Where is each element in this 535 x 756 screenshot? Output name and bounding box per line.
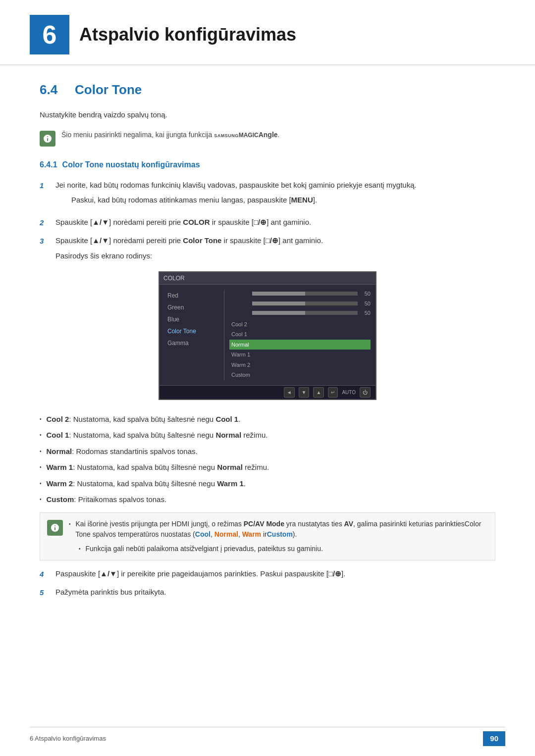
chapter-number: 6 [30,15,69,54]
bullet-item-cool1: • Cool 1: Nustatoma, kad spalva būtų šal… [40,430,495,441]
menu-item-blue: Blue [164,313,219,325]
tone-cool2: Cool 2 [229,319,371,330]
nav-enter-btn: ↵ [328,387,338,398]
monitor-screen: COLOR Red Green Blue Color Tone Gamma [159,271,376,400]
tone-warm1: Warm 1 [229,350,371,360]
bullet-item-warm2: • Warm 2: Nustatoma, kad spalva būtų šil… [40,478,495,490]
monitor-menu-right: 50 50 [224,290,371,380]
note-icon [40,131,55,147]
color-bar-bg-blue [252,311,358,315]
subsection-title: Color Tone nuostatų konfigūravimas [62,159,200,171]
step-1: 1 Jei norite, kad būtų rodomas funkcinių… [40,180,495,210]
bullet-item-cool2: • Cool 2: Nustatoma, kad spalva būtų šal… [40,414,495,425]
intro-text: Nustatykite bendrą vaizdo spalvų toną. [40,109,495,121]
menu-item-gamma: Gamma [164,337,219,349]
chapter-title: Atspalvio konfigūravimas [79,21,296,48]
bullet-item-warm1: • Warm 1: Nustatoma, kad spalva būtų šil… [40,462,495,473]
monitor-menu-left: Red Green Blue Color Tone Gamma [164,290,224,380]
color-value-blue: 50 [361,309,371,317]
step-number-3: 3 [40,236,51,247]
tone-warm2: Warm 2 [229,360,371,370]
bullet-dot-3: • [40,448,42,455]
monitor-screenshot: COLOR Red Green Blue Color Tone Gamma [40,271,495,400]
step-text-3: Spauskite [▲/▼] norėdami pereiti prie Co… [55,235,495,261]
note-box: Šio meniu pasirinkti negalima, kai įjung… [40,130,495,147]
step-text-5: Pažymėta parinktis bus pritaikyta. [55,587,495,598]
angle-label: Angle [259,130,278,140]
step-2: 2 Spauskite [▲/▼] norėdami pereiti prie … [40,217,495,229]
note-sub-bullet: • [79,545,81,553]
section-heading: 6.4 Color Tone [40,80,495,100]
bullet-text-4: Warm 1: Nustatoma, kad spalva būtų šilte… [47,462,269,473]
note-block: • Kai išorinė įvestis prijungta per HDMI… [40,512,495,560]
step-subtext-1: Paskui, kad būtų rodomas atitinkamas men… [55,195,495,206]
color-bar-fill-blue [252,311,305,315]
bullet-dot-5: • [40,480,42,487]
color-row-red: 50 [229,290,371,298]
bullet-dot-2: • [40,431,42,439]
section-number: 6.4 [40,80,67,100]
note-sub-item-1: • Kai išorinė įvestis prijungta per HDMI… [69,519,488,540]
footer-chapter-label: 6 Atspalvio konfigūravimas [30,734,483,744]
nav-left-btn: ◄ [284,387,295,398]
step-number-4: 4 [40,569,51,580]
bullet-item-custom: • Custom: Pritaikomas spalvos tonas. [40,494,495,505]
bullet-dot-1: • [40,415,42,423]
step-text-2: Spauskite [▲/▼] norėdami pereiti prie CO… [55,217,495,228]
monitor-bottom-bar: ◄ ▼ ▲ ↵ AUTO ⏻ [160,385,375,399]
nav-down-btn: ▼ [299,387,310,398]
note-sub-sub: • Funkcija gali nebūti palaikoma atsižve… [79,544,488,554]
monitor-title: COLOR [160,272,375,285]
step-number-1: 1 [40,180,51,192]
magic-label: MAGIC [239,131,259,140]
tone-normal: Normal [229,340,371,350]
auto-btn: AUTO [342,389,356,396]
bullet-text-2: Cool 1: Nustatoma, kad spalva būtų šalte… [47,430,268,441]
bullet-list: • Cool 2: Nustatoma, kad spalva būtų šal… [40,414,495,505]
note-block-inner: • Kai išorinė įvestis prijungta per HDMI… [69,519,488,554]
color-bar-bg-green [252,302,358,305]
bullet-text-3: Normal: Rodomas standartinis spalvos ton… [47,446,198,457]
section-title: Color Tone [75,80,142,100]
footer-page-number: 90 [483,731,505,747]
note-block-icon [47,520,63,536]
subsection-number: 6.4.1 [40,159,57,171]
step-text-1: Jei norite, kad būtų rodomas funkcinių k… [55,180,495,210]
tone-cool1: Cool 1 [229,329,371,340]
nav-power-btn: ⏻ [360,387,371,398]
note-sub-text-1: Kai išorinė įvestis prijungta per HDMI j… [76,519,488,540]
step-4: 4 Paspauskite [▲/▼] ir pereikite prie pa… [40,568,495,580]
color-value-green: 50 [361,300,371,308]
note-sub-text-2: Funkcija gali nebūti palaikoma atsižvelg… [86,544,323,554]
bullet-text-6: Custom: Pritaikomas spalvos tonas. [47,494,167,505]
step-subtext-3: Pasirodys šis ekrano rodinys: [55,251,495,262]
samsung-label: SAMSUNG [214,133,239,140]
color-bar-bg-red [252,292,358,296]
bullet-item-normal: • Normal: Rodomas standartinis spalvos t… [40,446,495,457]
nav-up-btn: ▲ [313,387,324,398]
note-sub-list: • Kai išorinė įvestis prijungta per HDMI… [69,519,488,540]
color-bar-fill-green [252,302,305,305]
bullet-text-5: Warm 2: Nustatoma, kad spalva būtų šilte… [47,478,246,490]
page-footer: 6 Atspalvio konfigūravimas 90 [30,727,505,747]
color-row-green: 50 [229,300,371,308]
step-3: 3 Spauskite [▲/▼] norėdami pereiti prie … [40,235,495,261]
step-number-2: 2 [40,217,51,229]
tone-options: Cool 2 Cool 1 Normal Warm 1 Warm 2 Custo… [229,319,371,380]
step-text-4: Paspauskite [▲/▼] ir pereikite prie page… [55,568,495,580]
color-row-blue: 50 [229,309,371,317]
bullet-text-1: Cool 2: Nustatoma, kad spalva būtų šalte… [47,414,241,425]
color-bar-fill-red [252,292,305,296]
menu-item-green: Green [164,302,219,313]
bullet-dot-6: • [40,496,42,503]
note-text: Šio meniu pasirinkti negalima, kai įjung… [61,130,279,140]
tone-custom: Custom [229,370,371,380]
subsection-heading: 6.4.1 Color Tone nuostatų konfigūravimas [40,159,495,171]
bullet-dot-4: • [40,463,42,471]
step-number-5: 5 [40,587,51,599]
menu-item-colortone: Color Tone [164,325,219,337]
menu-item-red: Red [164,290,219,302]
step-5: 5 Pažymėta parinktis bus pritaikyta. [40,587,495,599]
color-value-red: 50 [361,290,371,298]
note-bullet-1: • [69,520,71,528]
